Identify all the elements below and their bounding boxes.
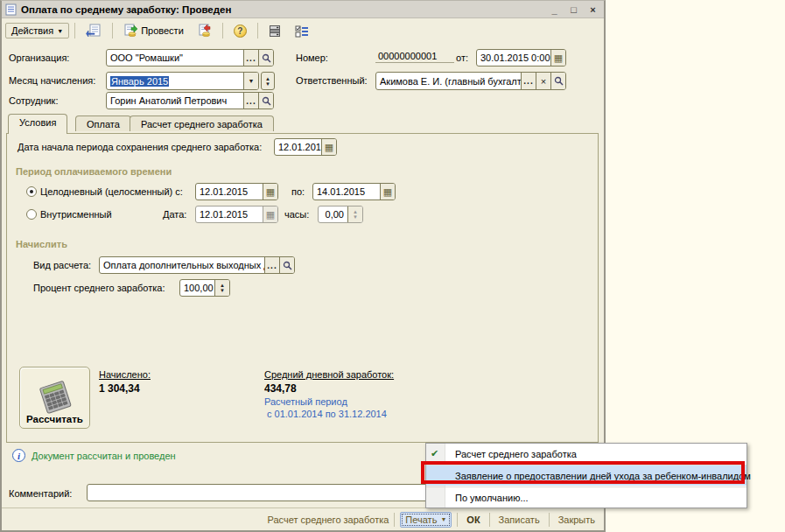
employee-value[interactable]: Горин Анатолий Петрович — [107, 94, 243, 107]
full-day-to-value[interactable]: 14.01.2015 — [313, 186, 380, 198]
structure-view-button[interactable] — [263, 22, 287, 40]
percent-field[interactable]: 100,00 ▲▼ — [179, 279, 230, 297]
unpost-icon — [197, 24, 212, 38]
footer-separator — [489, 513, 490, 527]
month-dropdown-button[interactable]: ▼ — [243, 73, 258, 89]
responsible-value[interactable]: Акимова Е. И. (главный бухгалте — [376, 75, 521, 88]
full-day-from-value[interactable]: 12.01.2015 — [196, 186, 263, 198]
month-value[interactable]: Январь 2015 — [107, 75, 243, 88]
post-document-button[interactable]: Провести — [118, 21, 189, 40]
search-icon — [554, 76, 564, 86]
hours-value: 0,00 — [319, 208, 347, 220]
month-spinner[interactable]: ▲ ▼ — [261, 72, 275, 90]
toolbar-separator — [222, 23, 223, 38]
menu-item-care-days-application[interactable]: Заявление о предоставлении дней ухода за… — [426, 466, 746, 486]
print-button[interactable]: Печать ▼ — [400, 512, 452, 528]
full-day-from-field[interactable]: 12.01.2015 ▦ — [195, 183, 278, 200]
menu-item-by-default[interactable]: По умолчанию... — [426, 487, 746, 508]
org-field[interactable]: ООО "Ромашки" ... — [106, 49, 274, 66]
document-date-value[interactable]: 30.01.2015 0:00:00 — [477, 52, 550, 64]
to-label: по: — [291, 186, 305, 197]
list-settings-button[interactable] — [290, 22, 314, 40]
employee-open-button[interactable] — [258, 93, 273, 108]
start-date-label: Дата начала периода сохранения среднего … — [18, 142, 262, 152]
intra-date-field: 12.01.2015 ▦ — [195, 206, 278, 223]
org-select-button[interactable]: ... — [243, 50, 258, 66]
menu-item-average-earnings[interactable]: Расчет среднего заработка — [426, 444, 746, 464]
toolbar: Действия ▼ Провести ? — [2, 19, 604, 42]
calendar-icon[interactable]: ▦ — [380, 184, 395, 200]
org-label: Организация: — [9, 52, 69, 63]
month-label: Месяц начисления: — [9, 75, 95, 86]
calculate-button[interactable]: Рассчитать — [19, 367, 90, 429]
calc-period-link[interactable]: Расчетный период — [264, 396, 347, 407]
comment-label: Комментарий: — [9, 488, 72, 499]
unpost-document-button[interactable] — [192, 21, 217, 40]
employee-label: Сотрудник: — [9, 95, 59, 106]
selected-text: Январь 2015 — [110, 76, 169, 87]
tab-conditions[interactable]: Условия — [8, 114, 67, 134]
check-icon: ✔ — [431, 448, 438, 459]
calendar-icon: ▦ — [263, 206, 277, 222]
maximize-button[interactable]: □ — [566, 3, 581, 16]
calc-type-value[interactable]: Оплата дополнительных выходных д — [100, 259, 264, 271]
date-from-label: от: — [456, 52, 468, 63]
start-date-value[interactable]: 12.01.2015 — [275, 141, 321, 153]
toolbar-separator — [112, 23, 113, 38]
help-button[interactable]: ? — [228, 22, 252, 40]
org-open-button[interactable] — [258, 50, 273, 66]
footer-bar: Расчет среднего заработка Печать ▼ ОК За… — [2, 508, 604, 530]
responsible-clear-button[interactable]: × — [536, 73, 550, 89]
search-icon — [283, 261, 292, 270]
info-icon: i — [12, 449, 25, 462]
start-date-field[interactable]: 12.01.2015 ▦ — [274, 138, 337, 156]
intra-shift-label: Внутрисменный — [40, 209, 112, 220]
toolbar-separator — [257, 23, 258, 38]
chevron-down-icon: ▼ — [249, 78, 255, 84]
intra-shift-radio[interactable] — [26, 209, 37, 220]
calendar-icon[interactable]: ▦ — [321, 139, 336, 155]
employee-field[interactable]: Горин Анатолий Петрович ... — [106, 92, 274, 109]
avg-daily-label: Средний дневной заработок: — [264, 369, 394, 380]
calc-type-field[interactable]: Оплата дополнительных выходных д ... — [99, 256, 295, 274]
percent-value[interactable]: 100,00 — [180, 282, 214, 294]
document-date-field[interactable]: 30.01.2015 0:00:00 ▦ — [476, 49, 566, 66]
org-value[interactable]: ООО "Ромашки" — [107, 52, 243, 64]
checklist-icon — [295, 24, 309, 38]
calculator-icon — [36, 379, 74, 414]
write-button[interactable]: Записать — [495, 513, 543, 527]
calendar-icon[interactable]: ▦ — [550, 50, 565, 66]
spin-down-icon[interactable]: ▼ — [265, 81, 270, 87]
percent-spinner[interactable]: ▲▼ — [214, 280, 229, 296]
document-status-message: Документ рассчитан и проведен — [32, 451, 176, 461]
responsible-open-button[interactable] — [550, 73, 565, 89]
close-form-button[interactable]: Закрыть — [555, 513, 599, 527]
calc-type-select-button[interactable]: ... — [264, 257, 279, 273]
close-button[interactable]: × — [585, 3, 600, 16]
number-label: Номер: — [296, 52, 328, 63]
responsible-field[interactable]: Акимова Е. И. (главный бухгалте ... × — [375, 72, 566, 90]
minimize-button[interactable]: _ — [547, 3, 562, 16]
save-document-button[interactable] — [81, 21, 107, 40]
actions-menu-button[interactable]: Действия ▼ — [5, 23, 69, 38]
footer-context-label: Расчет среднего заработка — [267, 514, 389, 525]
post-label: Провести — [141, 25, 184, 36]
full-day-label: Целодневный (целосменный) с: — [40, 186, 183, 197]
avg-daily-value: 434,78 — [264, 382, 297, 395]
responsible-select-button[interactable]: ... — [521, 73, 536, 89]
tab-average-earnings[interactable]: Расчет среднего заработка — [130, 116, 274, 131]
search-icon — [262, 96, 271, 106]
calendar-icon[interactable]: ▦ — [263, 184, 277, 200]
full-day-to-field[interactable]: 14.01.2015 ▦ — [312, 183, 396, 200]
calc-period-range-link[interactable]: с 01.01.2014 по 31.12.2014 — [267, 409, 387, 419]
tab-payment[interactable]: Оплата — [75, 116, 131, 131]
search-icon — [262, 53, 271, 63]
toolbar-separator — [74, 23, 75, 38]
calc-type-open-button[interactable] — [279, 257, 294, 273]
ok-button[interactable]: ОК — [463, 513, 483, 527]
hours-spinner: ▲▼ — [347, 206, 362, 222]
actions-label: Действия — [11, 25, 53, 36]
full-day-radio[interactable] — [26, 186, 37, 197]
employee-select-button[interactable]: ... — [243, 93, 258, 108]
month-field[interactable]: Январь 2015 ▼ — [106, 72, 259, 90]
